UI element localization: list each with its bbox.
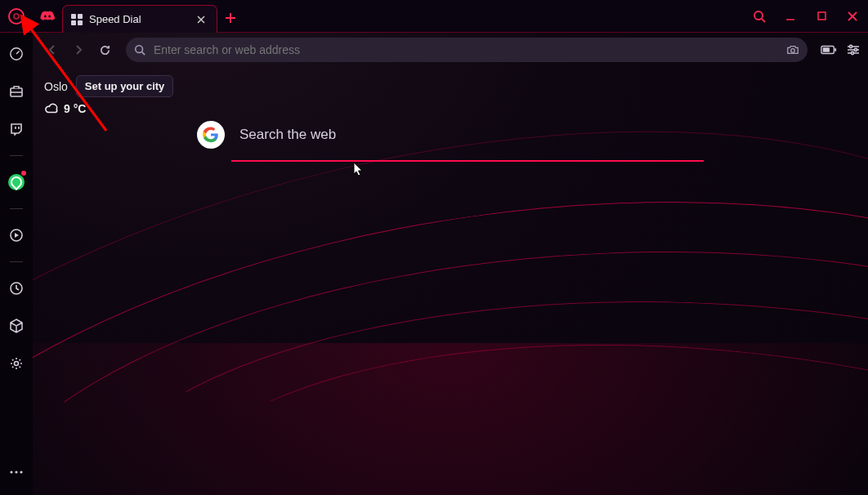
sliders-icon xyxy=(847,44,860,56)
svg-rect-9 xyxy=(823,47,830,51)
maximize-icon xyxy=(817,11,826,20)
battery-saver-button[interactable] xyxy=(821,45,837,55)
svg-point-11 xyxy=(849,45,852,47)
address-input[interactable] xyxy=(154,43,778,56)
sidebar-separator xyxy=(10,208,23,209)
svg-point-20 xyxy=(15,470,17,473)
toolbar xyxy=(0,33,868,67)
minimize-icon xyxy=(785,11,795,21)
cube-icon xyxy=(10,319,23,333)
search-engine-badge[interactable] xyxy=(197,121,225,149)
camera-icon xyxy=(786,44,799,56)
svg-point-13 xyxy=(851,51,853,54)
svg-point-21 xyxy=(20,470,22,473)
play-circle-icon xyxy=(9,228,24,243)
sidebar-more-button[interactable] xyxy=(0,461,33,484)
tab-close-button[interactable] xyxy=(194,12,208,27)
search-tabs-button[interactable] xyxy=(744,0,775,33)
sidebar-separator xyxy=(10,155,23,156)
titlebar: Speed Dial xyxy=(0,0,868,33)
svg-rect-5 xyxy=(818,12,825,20)
svg-point-18 xyxy=(15,362,19,366)
window-controls xyxy=(775,0,868,32)
main-search-placeholder: Search the web xyxy=(239,127,336,143)
sidebar-player[interactable] xyxy=(0,224,33,247)
search-icon xyxy=(753,10,766,23)
more-icon xyxy=(10,470,23,474)
svg-line-22 xyxy=(23,18,106,131)
svg-point-19 xyxy=(10,470,12,473)
svg-point-4 xyxy=(754,11,763,20)
maximize-button[interactable] xyxy=(806,0,837,33)
svg-point-12 xyxy=(854,48,857,51)
google-icon xyxy=(203,127,219,143)
speed-dial-page: Oslo Set up your city 9 °C Search the we… xyxy=(33,67,868,495)
snapshot-button[interactable] xyxy=(786,44,799,56)
plus-icon xyxy=(225,12,236,24)
notification-dot-icon xyxy=(21,171,26,176)
svg-point-7 xyxy=(791,49,794,52)
sidebar-extensions[interactable] xyxy=(0,314,33,337)
sidebar-history[interactable] xyxy=(0,277,33,300)
battery-icon xyxy=(821,45,837,55)
new-tab-button[interactable] xyxy=(217,2,244,33)
sidebar-whatsapp[interactable] xyxy=(0,171,33,194)
svg-point-6 xyxy=(136,46,143,53)
sidebar-settings[interactable] xyxy=(0,352,33,375)
minimize-button[interactable] xyxy=(775,0,806,33)
easy-setup-button[interactable] xyxy=(847,44,860,56)
clock-icon xyxy=(9,281,24,296)
sidebar-separator xyxy=(10,261,23,262)
svg-rect-10 xyxy=(834,48,836,51)
annotation-arrow xyxy=(8,8,114,139)
close-icon xyxy=(197,16,205,24)
main-search[interactable]: Search the web xyxy=(197,116,704,162)
whatsapp-icon xyxy=(8,174,25,190)
close-window-button[interactable] xyxy=(837,0,868,33)
address-bar[interactable] xyxy=(126,38,808,62)
close-icon xyxy=(848,11,857,21)
cursor-icon xyxy=(353,162,365,178)
gear-icon xyxy=(9,356,24,371)
search-icon xyxy=(134,44,145,56)
search-underline xyxy=(231,160,704,162)
